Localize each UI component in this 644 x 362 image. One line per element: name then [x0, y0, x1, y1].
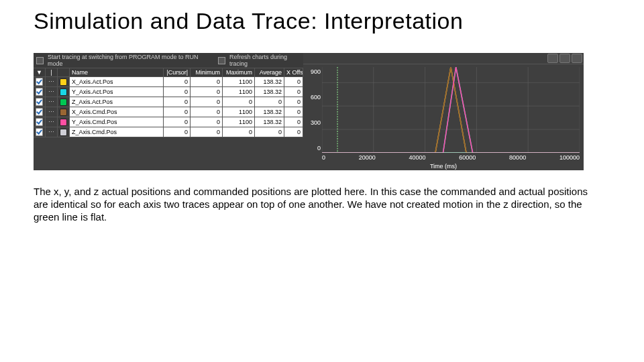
row-cursor-icon: ⋯: [46, 107, 58, 117]
row-name: Y_Axis.Act.Pos: [70, 87, 164, 97]
row-color-swatch[interactable]: [58, 107, 70, 117]
caption-text: The x, y, and z actual positions and com…: [34, 185, 597, 224]
row-name: X_Axis.Cmd.Pos: [70, 107, 164, 117]
row-xoffset: 0: [284, 87, 303, 97]
x-tick: 0: [322, 154, 325, 161]
chart-plot: 9006003000 020000400006000080000100000 T…: [303, 64, 584, 170]
table-row[interactable]: ⋯X_Axis.Cmd.Pos001100138.320: [34, 107, 303, 117]
options-bar: Start tracing at switching from PROGRAM …: [34, 53, 303, 68]
x-tick: 80000: [509, 154, 526, 161]
y-tick: 600: [311, 94, 321, 101]
row-cursor-val: 0: [164, 77, 191, 86]
row-xoffset: 0: [284, 107, 303, 117]
row-cursor-val: 0: [164, 117, 191, 127]
row-min: 0: [191, 127, 223, 137]
row-min: 0: [191, 77, 223, 86]
table-header: ▼ | Name |Cursor| Minimum Maximum Averag…: [34, 68, 303, 77]
page-title: Simulation and Data Trace: Interpretatio…: [34, 8, 610, 34]
row-avg: 138.32: [255, 77, 284, 86]
row-cursor-icon: ⋯: [46, 87, 58, 97]
row-color-swatch[interactable]: [58, 97, 70, 107]
row-cursor-val: 0: [164, 107, 191, 117]
table-row[interactable]: ⋯Y_Axis.Act.Pos001100138.320: [34, 87, 303, 97]
row-max: 1100: [223, 107, 255, 117]
row-enable-checkbox[interactable]: [34, 77, 46, 86]
row-enable-checkbox[interactable]: [34, 127, 46, 137]
row-max: 1100: [223, 87, 255, 97]
x-axis-label: Time (ms): [303, 163, 584, 170]
trace-panel: Start tracing at switching from PROGRAM …: [34, 53, 584, 170]
row-name: Z_Axis.Cmd.Pos: [70, 127, 164, 137]
col-toggle[interactable]: ▼: [34, 68, 46, 76]
row-avg: 138.32: [255, 117, 284, 127]
table-row[interactable]: ⋯Z_Axis.Cmd.Pos00000: [34, 127, 303, 137]
row-max: 1100: [223, 117, 255, 127]
col-cursorval: |Cursor|: [164, 68, 191, 76]
row-cursor-icon: ⋯: [46, 77, 58, 86]
y-tick: 900: [311, 68, 321, 75]
row-cursor-val: 0: [164, 97, 191, 107]
col-max: Maximum: [223, 68, 255, 76]
row-enable-checkbox[interactable]: [34, 107, 46, 117]
row-enable-checkbox[interactable]: [34, 97, 46, 107]
row-color-swatch[interactable]: [58, 127, 70, 137]
row-cursor-icon: ⋯: [46, 127, 58, 137]
row-min: 0: [191, 97, 223, 107]
col-color: [58, 68, 70, 76]
row-color-swatch[interactable]: [58, 87, 70, 97]
y-tick: 0: [317, 145, 321, 152]
row-xoffset: 0: [284, 77, 303, 86]
zoom-box-icon[interactable]: [559, 54, 570, 63]
x-tick: 20000: [359, 154, 376, 161]
row-cursor-val: 0: [164, 87, 191, 97]
row-max: 1100: [223, 77, 255, 86]
table-row[interactable]: ⋯Z_Axis.Act.Pos00000: [34, 97, 303, 107]
row-color-swatch[interactable]: [58, 77, 70, 86]
row-max: 0: [223, 97, 255, 107]
col-xoffset: X Offse: [284, 68, 303, 76]
row-avg: 138.32: [255, 107, 284, 117]
col-min: Minimum: [191, 68, 223, 76]
y-tick: 300: [311, 119, 321, 126]
row-name: Z_Axis.Act.Pos: [70, 97, 164, 107]
row-xoffset: 0: [284, 117, 303, 127]
row-max: 0: [223, 127, 255, 137]
col-avg: Average: [255, 68, 284, 76]
chart-toolbar: [303, 53, 584, 64]
row-cursor-icon: ⋯: [46, 97, 58, 107]
series-line: [322, 67, 580, 153]
opt-start-label: Start tracing at switching from PROGRAM …: [48, 54, 201, 67]
row-enable-checkbox[interactable]: [34, 117, 46, 127]
checkbox-start-tracing[interactable]: [36, 57, 44, 64]
chart-pane: 9006003000 020000400006000080000100000 T…: [303, 53, 584, 170]
checkbox-refresh-charts[interactable]: [218, 57, 225, 64]
series-line: [322, 67, 580, 153]
row-enable-checkbox[interactable]: [34, 87, 46, 97]
table-row[interactable]: ⋯Y_Axis.Cmd.Pos001100138.320: [34, 117, 303, 127]
table-row[interactable]: ⋯X_Axis.Act.Pos001100138.320: [34, 77, 303, 87]
row-xoffset: 0: [284, 97, 303, 107]
col-cursor: |: [46, 68, 58, 76]
series-line: [322, 67, 580, 153]
trace-table: Start tracing at switching from PROGRAM …: [34, 53, 303, 170]
col-name: Name: [70, 68, 164, 76]
opt-refresh-label: Refresh charts during tracing: [229, 54, 301, 67]
zoom-horiz-icon[interactable]: [547, 54, 558, 63]
x-tick: 100000: [559, 154, 580, 161]
row-name: X_Axis.Act.Pos: [70, 77, 164, 86]
row-xoffset: 0: [284, 127, 303, 137]
row-avg: 0: [255, 127, 284, 137]
row-min: 0: [191, 107, 223, 117]
x-tick: 40000: [409, 154, 426, 161]
row-name: Y_Axis.Cmd.Pos: [70, 117, 164, 127]
row-color-swatch[interactable]: [58, 117, 70, 127]
row-min: 0: [191, 87, 223, 97]
row-cursor-icon: ⋯: [46, 117, 58, 127]
series-line: [322, 67, 580, 153]
row-avg: 138.32: [255, 87, 284, 97]
row-cursor-val: 0: [164, 127, 191, 137]
row-min: 0: [191, 117, 223, 127]
row-avg: 0: [255, 97, 284, 107]
zoom-fit-icon[interactable]: [572, 54, 582, 63]
x-tick: 60000: [459, 154, 476, 161]
